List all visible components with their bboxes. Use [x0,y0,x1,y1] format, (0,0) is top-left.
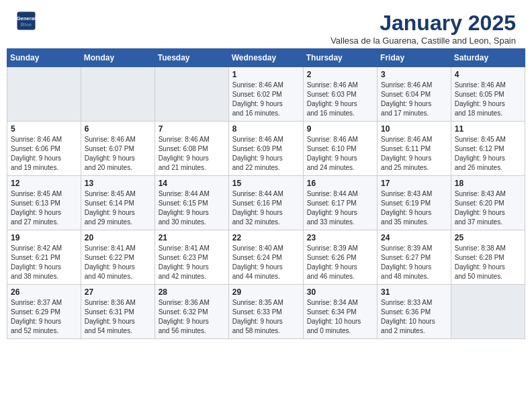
svg-text:Blue: Blue [21,21,32,28]
day-info: Sunrise: 8:46 AMSunset: 6:10 PMDaylight:… [307,135,373,173]
day-number: 5 [11,124,77,134]
calendar-week-row: 5Sunrise: 8:46 AMSunset: 6:06 PMDaylight… [7,122,525,176]
calendar-cell [7,67,81,122]
title-block: January 2025 Vallesa de la Guarena, Cast… [330,11,516,46]
calendar-cell: 25Sunrise: 8:38 AMSunset: 6:28 PMDayligh… [451,230,525,285]
day-number: 7 [159,124,225,134]
header-monday: Monday [81,49,154,67]
day-number: 9 [307,124,373,134]
day-number: 28 [159,287,225,297]
calendar-cell: 22Sunrise: 8:40 AMSunset: 6:24 PMDayligh… [228,230,303,285]
calendar-cell: 10Sunrise: 8:46 AMSunset: 6:11 PMDayligh… [378,122,451,176]
day-info: Sunrise: 8:46 AMSunset: 6:03 PMDaylight:… [307,81,373,118]
calendar-cell: 13Sunrise: 8:45 AMSunset: 6:14 PMDayligh… [81,176,154,230]
header-thursday: Thursday [303,49,377,67]
day-info: Sunrise: 8:44 AMSunset: 6:17 PMDaylight:… [307,189,373,227]
day-info: Sunrise: 8:46 AMSunset: 6:08 PMDaylight:… [159,135,225,173]
calendar-cell: 14Sunrise: 8:44 AMSunset: 6:15 PMDayligh… [154,176,228,230]
day-info: Sunrise: 8:43 AMSunset: 6:20 PMDaylight:… [455,189,521,227]
calendar-table: Sunday Monday Tuesday Wednesday Thursday… [7,48,525,339]
day-number: 21 [159,233,225,242]
day-number: 2 [307,70,373,79]
calendar-cell: 23Sunrise: 8:39 AMSunset: 6:26 PMDayligh… [303,230,377,285]
day-number: 27 [85,287,151,297]
calendar-cell [451,285,525,339]
day-number: 15 [232,179,300,188]
day-number: 22 [232,233,300,242]
calendar-cell: 2Sunrise: 8:46 AMSunset: 6:03 PMDaylight… [303,67,377,122]
day-info: Sunrise: 8:33 AMSunset: 6:36 PMDaylight:… [381,298,447,336]
calendar-container: Sunday Monday Tuesday Wednesday Thursday… [0,48,532,346]
day-number: 4 [455,70,521,79]
calendar-week-row: 12Sunrise: 8:45 AMSunset: 6:13 PMDayligh… [7,176,525,230]
day-number: 8 [232,124,300,134]
day-number: 31 [381,287,447,297]
calendar-cell: 31Sunrise: 8:33 AMSunset: 6:36 PMDayligh… [378,285,451,339]
day-info: Sunrise: 8:46 AMSunset: 6:09 PMDaylight:… [232,135,300,173]
day-number: 11 [455,124,521,134]
calendar-cell: 7Sunrise: 8:46 AMSunset: 6:08 PMDaylight… [154,122,228,176]
day-info: Sunrise: 8:41 AMSunset: 6:23 PMDaylight:… [159,244,225,281]
day-info: Sunrise: 8:35 AMSunset: 6:33 PMDaylight:… [232,298,300,336]
header-tuesday: Tuesday [154,49,228,67]
day-number: 26 [11,287,77,297]
day-info: Sunrise: 8:39 AMSunset: 6:26 PMDaylight:… [307,244,373,281]
logo-icon: General Blue [16,11,36,31]
calendar-cell: 8Sunrise: 8:46 AMSunset: 6:09 PMDaylight… [228,122,303,176]
calendar-cell: 26Sunrise: 8:37 AMSunset: 6:29 PMDayligh… [7,285,81,339]
day-number: 24 [381,233,447,242]
day-number: 3 [381,70,447,79]
calendar-cell: 6Sunrise: 8:46 AMSunset: 6:07 PMDaylight… [81,122,154,176]
day-number: 29 [232,287,300,297]
calendar-cell: 11Sunrise: 8:45 AMSunset: 6:12 PMDayligh… [451,122,525,176]
day-info: Sunrise: 8:41 AMSunset: 6:22 PMDaylight:… [85,244,151,281]
calendar-cell: 29Sunrise: 8:35 AMSunset: 6:33 PMDayligh… [228,285,303,339]
calendar-cell: 19Sunrise: 8:42 AMSunset: 6:21 PMDayligh… [7,230,81,285]
day-info: Sunrise: 8:45 AMSunset: 6:13 PMDaylight:… [11,189,77,227]
calendar-cell: 30Sunrise: 8:34 AMSunset: 6:34 PMDayligh… [303,285,377,339]
calendar-cell: 21Sunrise: 8:41 AMSunset: 6:23 PMDayligh… [154,230,228,285]
day-info: Sunrise: 8:37 AMSunset: 6:29 PMDaylight:… [11,298,77,336]
day-info: Sunrise: 8:38 AMSunset: 6:28 PMDaylight:… [455,244,521,281]
day-number: 23 [307,233,373,242]
day-number: 6 [85,124,151,134]
weekday-header-row: Sunday Monday Tuesday Wednesday Thursday… [7,49,525,67]
day-number: 20 [85,233,151,242]
day-number: 1 [232,70,300,79]
header-saturday: Saturday [451,49,525,67]
calendar-cell: 28Sunrise: 8:36 AMSunset: 6:32 PMDayligh… [154,285,228,339]
calendar-cell: 20Sunrise: 8:41 AMSunset: 6:22 PMDayligh… [81,230,154,285]
calendar-cell: 1Sunrise: 8:46 AMSunset: 6:02 PMDaylight… [228,67,303,122]
calendar-cell: 5Sunrise: 8:46 AMSunset: 6:06 PMDaylight… [7,122,81,176]
page-header: General Blue January 2025 Vallesa de la … [0,0,532,48]
day-number: 30 [307,287,373,297]
calendar-cell: 24Sunrise: 8:39 AMSunset: 6:27 PMDayligh… [378,230,451,285]
calendar-cell: 27Sunrise: 8:36 AMSunset: 6:31 PMDayligh… [81,285,154,339]
day-info: Sunrise: 8:46 AMSunset: 6:11 PMDaylight:… [381,135,447,173]
calendar-cell: 4Sunrise: 8:46 AMSunset: 6:05 PMDaylight… [451,67,525,122]
day-info: Sunrise: 8:42 AMSunset: 6:21 PMDaylight:… [11,244,77,281]
day-info: Sunrise: 8:36 AMSunset: 6:32 PMDaylight:… [159,298,225,336]
day-info: Sunrise: 8:46 AMSunset: 6:05 PMDaylight:… [455,81,521,118]
day-number: 13 [85,179,151,188]
calendar-cell: 3Sunrise: 8:46 AMSunset: 6:04 PMDaylight… [378,67,451,122]
svg-text:General: General [17,15,36,21]
day-info: Sunrise: 8:34 AMSunset: 6:34 PMDaylight:… [307,298,373,336]
calendar-cell: 17Sunrise: 8:43 AMSunset: 6:19 PMDayligh… [378,176,451,230]
day-number: 18 [455,179,521,188]
day-number: 17 [381,179,447,188]
day-info: Sunrise: 8:45 AMSunset: 6:14 PMDaylight:… [85,189,151,227]
day-info: Sunrise: 8:44 AMSunset: 6:16 PMDaylight:… [232,189,300,227]
calendar-cell: 18Sunrise: 8:43 AMSunset: 6:20 PMDayligh… [451,176,525,230]
day-info: Sunrise: 8:43 AMSunset: 6:19 PMDaylight:… [381,189,447,227]
calendar-week-row: 19Sunrise: 8:42 AMSunset: 6:21 PMDayligh… [7,230,525,285]
calendar-cell: 9Sunrise: 8:46 AMSunset: 6:10 PMDaylight… [303,122,377,176]
day-info: Sunrise: 8:46 AMSunset: 6:06 PMDaylight:… [11,135,77,173]
day-info: Sunrise: 8:46 AMSunset: 6:07 PMDaylight:… [85,135,151,173]
calendar-cell: 12Sunrise: 8:45 AMSunset: 6:13 PMDayligh… [7,176,81,230]
day-number: 12 [11,179,77,188]
location-subtitle: Vallesa de la Guarena, Castille and Leon… [330,36,516,46]
day-number: 16 [307,179,373,188]
calendar-cell: 15Sunrise: 8:44 AMSunset: 6:16 PMDayligh… [228,176,303,230]
calendar-cell: 16Sunrise: 8:44 AMSunset: 6:17 PMDayligh… [303,176,377,230]
